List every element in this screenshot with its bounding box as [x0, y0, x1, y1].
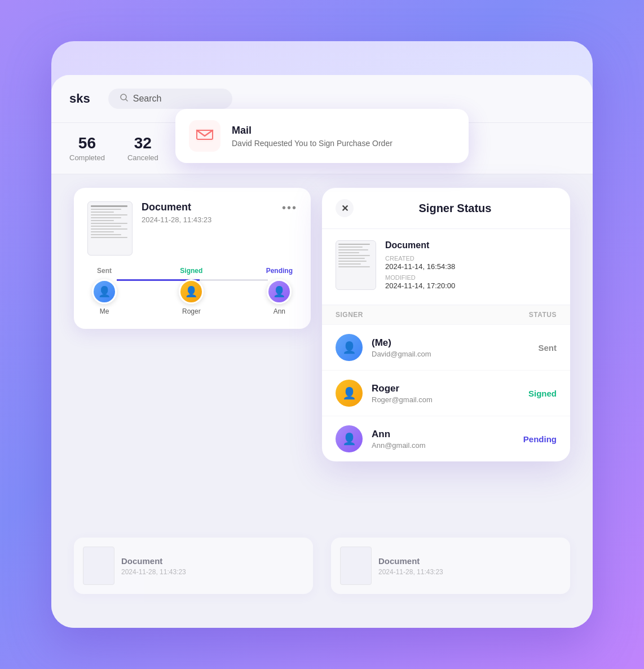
panel-doc-info: Document Created 2024-11-14, 16:54:38 Mo…	[385, 240, 455, 293]
bottom-doc-info-2: Document 2024-11-28, 11:43:23	[378, 556, 443, 576]
signer-status-panel: ✕ Signer Status	[322, 188, 570, 461]
signer-row-email-ann: Ann@gmail.com	[372, 441, 514, 450]
doc-date: 2024-11-28, 11:43:23	[142, 215, 273, 224]
doc-info: Document 2024-11-28, 11:43:23	[142, 201, 273, 224]
canceled-count: 32	[127, 134, 158, 152]
signer-row-name-roger: Roger	[372, 383, 519, 394]
signer-status-me: Sent	[97, 267, 112, 275]
mail-content: Mail David Requested You to Sign Purchas…	[232, 125, 392, 148]
modified-label: Modified	[385, 274, 455, 281]
completed-label: Completed	[69, 153, 105, 162]
bottom-doc-thumb-2	[340, 547, 372, 585]
doc-thumbnail	[87, 201, 133, 256]
signer-name-ann: Ann	[274, 307, 285, 315]
app-title: sks	[69, 91, 90, 106]
signer-row-roger: 👤 Roger Roger@gmail.com Signed	[322, 370, 570, 416]
mail-icon	[196, 128, 214, 144]
mail-app-name: Mail	[232, 125, 392, 137]
signer-row-email-me: David@gmail.com	[372, 350, 529, 358]
bottom-doc-card-1: Document 2024-11-28, 11:43:23	[74, 538, 313, 594]
search-icon	[120, 93, 129, 104]
col-status: Status	[529, 311, 557, 319]
signer-name-me: Me	[100, 307, 109, 315]
bottom-docs: Document 2024-11-28, 11:43:23 Document 2…	[74, 538, 570, 594]
mail-notification: Mail David Requested You to Sign Purchas…	[175, 109, 469, 163]
signer-row-info-roger: Roger Roger@gmail.com	[372, 383, 519, 404]
canceled-label: Canceled	[127, 153, 158, 162]
avatar-roger: 👤	[179, 279, 204, 304]
signer-table-header: Signer Status	[322, 305, 570, 324]
signer-status-ann: Pending	[266, 267, 293, 275]
signer-row-name-ann: Ann	[372, 429, 514, 440]
panel-doc-title: Document	[385, 240, 455, 250]
stat-canceled: 32 Canceled	[127, 134, 158, 162]
doc-more-button[interactable]: •••	[282, 201, 297, 214]
search-label: Search	[133, 94, 162, 104]
created-label: Created	[385, 255, 455, 262]
signer-avatar-ann: 👤	[336, 425, 363, 452]
col-signer: Signer	[336, 311, 363, 319]
bottom-doc-date-2: 2024-11-28, 11:43:23	[378, 568, 443, 576]
doc-title: Document	[142, 201, 273, 213]
app-panel: sks Search 56 Completed 32 Canceled	[51, 75, 593, 628]
signer-item-ann: Pending 👤 Ann	[266, 267, 293, 315]
signer-item-me: Sent 👤 Me	[92, 267, 117, 315]
signer-progress: Sent 👤 Me Signed 👤 Roger Pending	[87, 267, 297, 315]
signer-name-roger: Roger	[182, 307, 201, 315]
outer-container: sks Search 56 Completed 32 Canceled	[51, 41, 593, 628]
signer-row-email-roger: Roger@gmail.com	[372, 395, 519, 404]
bottom-doc-title-1: Document	[121, 556, 186, 566]
panel-title: Signer Status	[354, 202, 557, 215]
signer-row-status-me: Sent	[538, 343, 557, 353]
mail-message: David Requested You to Sign Purchase Ord…	[232, 139, 392, 148]
search-bar[interactable]: Search	[108, 89, 232, 109]
signer-avatar-me: 👤	[336, 334, 363, 361]
stat-completed: 56 Completed	[69, 134, 105, 162]
signer-status-roger: Signed	[180, 267, 202, 275]
document-card: Document 2024-11-28, 11:43:23 ••• Sent 👤…	[74, 188, 311, 329]
panel-header: ✕ Signer Status	[322, 188, 570, 229]
bottom-doc-title-2: Document	[378, 556, 443, 566]
signer-row-ann: 👤 Ann Ann@gmail.com Pending	[322, 416, 570, 461]
panel-doc-thumbnail	[336, 240, 376, 290]
signer-row-info-ann: Ann Ann@gmail.com	[372, 429, 514, 450]
doc-card-header: Document 2024-11-28, 11:43:23 •••	[87, 201, 297, 256]
signer-avatar-roger: 👤	[336, 380, 363, 407]
panel-close-button[interactable]: ✕	[336, 199, 354, 217]
mail-icon-wrap	[189, 120, 220, 152]
avatar-ann: 👤	[267, 279, 292, 304]
signer-row-status-ann: Pending	[523, 434, 557, 444]
bottom-doc-thumb-1	[83, 547, 114, 585]
signer-row-name-me: (Me)	[372, 337, 529, 349]
modified-value: 2024-11-14, 17:20:00	[385, 281, 455, 290]
created-value: 2024-11-14, 16:54:38	[385, 262, 455, 271]
bottom-doc-info-1: Document 2024-11-28, 11:43:23	[121, 556, 186, 576]
completed-count: 56	[69, 134, 105, 152]
bottom-doc-card-2: Document 2024-11-28, 11:43:23	[331, 538, 570, 594]
signer-row-me: 👤 (Me) David@gmail.com Sent	[322, 324, 570, 370]
bottom-doc-date-1: 2024-11-28, 11:43:23	[121, 568, 186, 576]
signer-row-status-roger: Signed	[528, 389, 557, 398]
svg-line-1	[126, 99, 127, 101]
signer-row-info-me: (Me) David@gmail.com	[372, 337, 529, 358]
panel-doc-section: Document Created 2024-11-14, 16:54:38 Mo…	[322, 229, 570, 305]
signer-item-roger: Signed 👤 Roger	[179, 267, 204, 315]
avatar-me: 👤	[92, 279, 117, 304]
